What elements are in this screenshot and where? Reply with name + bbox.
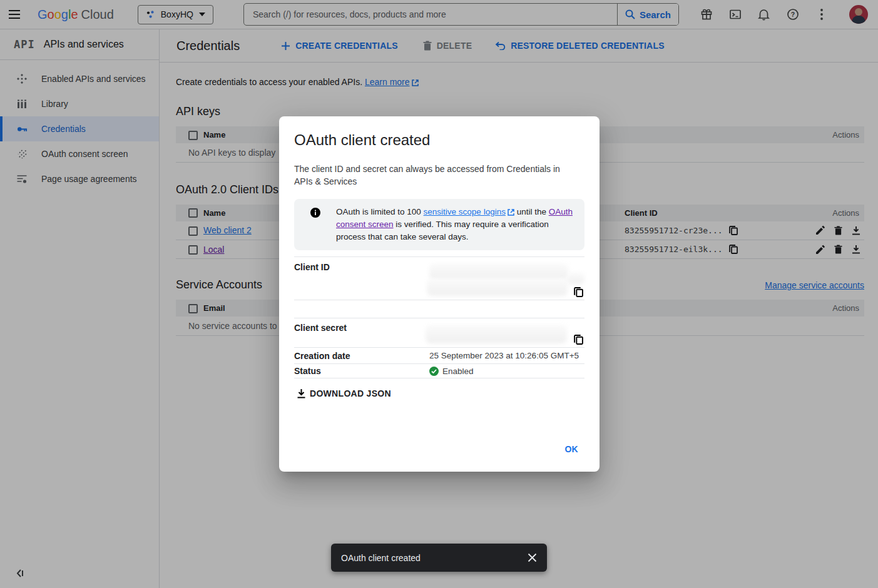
- copy-client-secret-icon[interactable]: [574, 335, 583, 345]
- client-secret-label: Client secret: [294, 323, 429, 347]
- info-icon: [310, 208, 320, 243]
- dialog-subtitle: The client ID and secret can always be a…: [294, 163, 569, 188]
- snackbar-toast: OAuth client created: [331, 544, 547, 572]
- spacer-row: [294, 300, 584, 318]
- redacted-blob: [429, 263, 568, 280]
- client-id-label: Client ID: [294, 262, 429, 300]
- toast-message: OAuth client created: [341, 553, 528, 563]
- download-json-button[interactable]: DOWNLOAD JSON: [294, 386, 396, 401]
- status-value: Enabled: [429, 367, 584, 376]
- client-secret-value-redacted: [429, 323, 584, 347]
- close-icon[interactable]: [528, 553, 537, 562]
- notice-text: OAuth is limited to 100 sensitive scope …: [336, 206, 574, 243]
- status-row: Status Enabled: [294, 363, 584, 378]
- oauth-limit-notice: OAuth is limited to 100 sensitive scope …: [294, 199, 584, 250]
- client-id-value-redacted: [429, 262, 584, 300]
- external-link-icon: [508, 209, 514, 216]
- sensitive-scope-logins-link[interactable]: sensitive scope logins: [424, 207, 506, 216]
- status-label: Status: [294, 366, 429, 376]
- client-id-row: Client ID: [294, 256, 584, 300]
- check-circle-icon: [429, 367, 439, 376]
- oauth-client-created-dialog: OAuth client created The client ID and s…: [279, 116, 600, 472]
- redacted-blob: [567, 272, 584, 285]
- copy-client-id-icon[interactable]: [574, 287, 583, 297]
- ok-button[interactable]: OK: [559, 440, 583, 458]
- download-icon: [297, 388, 306, 398]
- redacted-blob: [426, 325, 567, 343]
- redacted-blob: [427, 278, 568, 296]
- creation-date-value: 25 September 2023 at 10:26:05 GMT+5: [429, 351, 584, 360]
- creation-date-label: Creation date: [294, 351, 429, 361]
- client-secret-row: Client secret: [294, 318, 584, 347]
- creation-date-row: Creation date 25 September 2023 at 10:26…: [294, 347, 584, 363]
- dialog-fields: Client ID Client secret Creation date 25…: [294, 256, 584, 378]
- dialog-title: OAuth client created: [294, 131, 584, 149]
